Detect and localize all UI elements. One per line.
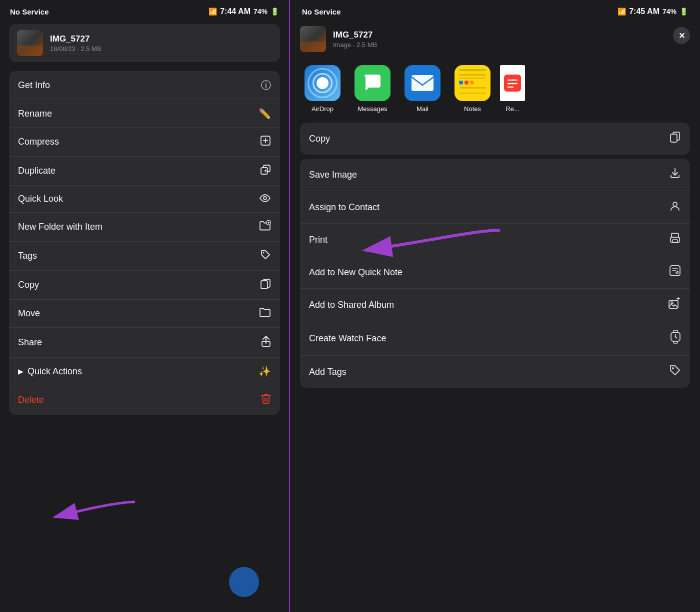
app-icon-item-notes[interactable]: Notes xyxy=(450,65,495,113)
battery-right: 74% xyxy=(662,8,676,16)
compress-icon xyxy=(260,135,271,149)
app-icon-item-reminders[interactable]: Re... xyxy=(500,65,525,113)
reminders-svg xyxy=(502,73,523,94)
share-action-shared-album[interactable]: Add to Shared Album xyxy=(300,289,690,321)
save-image-label: Save Image xyxy=(309,170,357,180)
info-icon: ⓘ xyxy=(261,79,271,92)
share-action-save-image[interactable]: Save Image xyxy=(300,159,690,191)
menu-label-rename: Rename xyxy=(18,109,52,119)
share-action-quick-note[interactable]: Add to New Quick Note xyxy=(300,256,690,289)
quick-note-label: Add to New Quick Note xyxy=(309,267,402,278)
eye-icon xyxy=(259,193,271,205)
svg-point-7 xyxy=(264,197,266,200)
menu-label-new-folder: New Folder with Item xyxy=(18,222,102,232)
share-action-add-tags[interactable]: Add Tags xyxy=(300,356,690,388)
new-folder-icon xyxy=(259,220,271,234)
svg-point-34 xyxy=(672,367,674,369)
battery-left: 74% xyxy=(254,8,268,16)
file-name-right: IMG_5727 xyxy=(333,30,377,40)
app-icon-item-airdrop[interactable]: AirDrop xyxy=(300,65,345,113)
add-tags-label: Add Tags xyxy=(309,367,346,377)
file-header-left: IMG_5727 18/08/23 · 2.5 MB xyxy=(9,24,280,62)
menu-label-quick-actions: Quick Actions xyxy=(28,366,82,377)
quick-actions-left: ▶ Quick Actions xyxy=(18,366,82,377)
file-info-right: IMG_5727 Image · 2.5 MB xyxy=(333,30,377,49)
share-action-print[interactable]: Print xyxy=(300,224,690,256)
menu-item-get-info[interactable]: Get Info ⓘ xyxy=(9,71,280,100)
airdrop-label: AirDrop xyxy=(312,105,334,113)
menu-item-share[interactable]: Share xyxy=(9,328,280,358)
share-action-copy[interactable]: Copy xyxy=(300,123,690,155)
menu-item-copy[interactable]: Copy xyxy=(9,271,280,300)
context-menu: Get Info ⓘ Rename ✏️ Compress Duplicate xyxy=(9,71,280,415)
file-meta-right: Image · 2.5 MB xyxy=(333,41,377,49)
file-info-left: IMG_5727 18/08/23 · 2.5 MB xyxy=(50,34,102,53)
save-image-icon xyxy=(669,167,681,182)
menu-item-duplicate[interactable]: Duplicate xyxy=(9,157,280,186)
wifi-icon-left: 📶 xyxy=(208,8,217,16)
notes-line-3 xyxy=(459,78,486,79)
menu-item-tags[interactable]: Tags xyxy=(9,242,280,271)
svg-point-29 xyxy=(671,302,673,304)
menu-item-rename[interactable]: Rename ✏️ xyxy=(9,100,280,128)
watch-face-label: Create Watch Face xyxy=(309,333,386,344)
app-icon-item-mail[interactable]: Mail xyxy=(400,65,445,113)
mail-icon xyxy=(404,65,440,101)
share-action-watch-face[interactable]: Create Watch Face xyxy=(300,321,690,356)
menu-item-delete[interactable]: Delete xyxy=(9,385,280,415)
print-label: Print xyxy=(309,235,328,245)
svg-rect-24 xyxy=(672,233,678,237)
arrow-annotation-left xyxy=(25,492,165,532)
menu-item-quick-actions[interactable]: ▶ Quick Actions ✨ xyxy=(9,358,280,385)
close-icon: ✕ xyxy=(678,31,685,41)
signal-label-left: No Service xyxy=(10,8,49,16)
left-panel: No Service 📶 7:44 AM 74% 🔋 IMG_5727 18/0… xyxy=(0,0,290,612)
add-tags-icon xyxy=(669,364,681,379)
airdrop-circles xyxy=(304,65,340,101)
copy-action-label: Copy xyxy=(309,134,330,144)
notes-line-4 xyxy=(459,87,486,89)
menu-label-tags: Tags xyxy=(18,251,37,261)
print-icon xyxy=(669,232,681,247)
messages-icon xyxy=(354,65,390,101)
notes-line-1 xyxy=(459,69,486,71)
close-button[interactable]: ✕ xyxy=(673,27,690,44)
menu-item-move[interactable]: Move xyxy=(9,300,280,328)
share-action-group-copy: Copy xyxy=(300,123,690,155)
menu-item-new-folder[interactable]: New Folder with Item xyxy=(9,213,280,242)
signal-label-right: No Service xyxy=(302,8,341,16)
notes-line-5 xyxy=(459,93,486,94)
trash-icon xyxy=(261,393,271,407)
share-action-assign-contact[interactable]: Assign to Contact xyxy=(300,191,690,224)
mail-envelope-svg xyxy=(410,74,434,92)
menu-item-quick-look[interactable]: Quick Look xyxy=(9,186,280,213)
shared-album-label: Add to Shared Album xyxy=(309,300,394,310)
time-right: 7:45 AM xyxy=(629,7,660,16)
share-actions: Copy Save Image xyxy=(300,123,690,388)
battery-icon-left: 🔋 xyxy=(270,8,279,16)
share-action-group-main: Save Image Assign to Contact xyxy=(300,159,690,388)
file-thumbnail-left xyxy=(17,30,43,56)
menu-label-copy: Copy xyxy=(18,280,39,290)
menu-item-compress[interactable]: Compress xyxy=(9,128,280,157)
copy-action-icon xyxy=(669,131,681,146)
file-meta-left: 18/08/23 · 2.5 MB xyxy=(50,45,102,53)
menu-label-quick-look: Quick Look xyxy=(18,194,63,204)
svg-point-23 xyxy=(673,202,677,206)
right-panel: No Service 📶 7:45 AM 74% 🔋 IMG_5727 Imag… xyxy=(290,0,700,612)
folder-icon xyxy=(259,307,271,320)
file-name-left: IMG_5727 xyxy=(50,34,102,44)
shared-album-icon xyxy=(668,297,681,312)
duplicate-icon xyxy=(260,164,271,178)
tag-icon xyxy=(260,249,271,263)
airdrop-inner-dot xyxy=(316,77,328,89)
wifi-icon-right: 📶 xyxy=(618,8,626,16)
menu-label-get-info: Get Info xyxy=(18,80,50,91)
reminders-label: Re... xyxy=(506,105,519,113)
status-bar-left: No Service 📶 7:44 AM 74% 🔋 xyxy=(0,0,289,20)
svg-rect-22 xyxy=(670,134,677,142)
share-header: IMG_5727 Image · 2.5 MB ✕ xyxy=(290,20,700,60)
app-icon-item-messages[interactable]: Messages xyxy=(350,65,395,113)
svg-rect-16 xyxy=(412,75,434,91)
assign-contact-icon xyxy=(669,200,681,215)
